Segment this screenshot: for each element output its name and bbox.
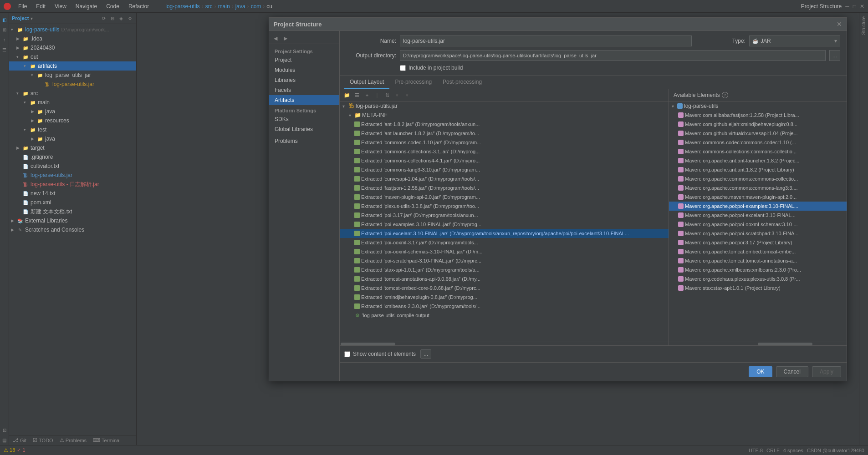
maximize-btn[interactable]: □ xyxy=(853,3,856,10)
tab-todo[interactable]: ☑ TODO xyxy=(31,436,55,444)
panel-item-9[interactable]: ▶ Extracted 'plexus-utils-3.0.8.jar/' (D… xyxy=(340,202,669,211)
panel-item-17[interactable]: ▶ Extracted 'tomcat-embed-core-9.0.68.ja… xyxy=(340,283,669,293)
tab-git[interactable]: ⎇ Git xyxy=(11,436,28,444)
panel-item-19[interactable]: ▶ Extracted 'xmlbeans-2.3.0.jar/' (D:/my… xyxy=(340,302,669,311)
tree-gitignore[interactable]: ▶ 📄 .gitignore xyxy=(9,152,136,162)
move-up-btn[interactable]: ⇅ xyxy=(383,91,392,100)
settings-icon[interactable]: ⚙ xyxy=(126,15,133,22)
right-item-4[interactable]: Maven: commons-collections:commons-colle… xyxy=(669,147,847,156)
more-btn[interactable]: ... xyxy=(420,349,431,359)
right-item-10[interactable]: Maven: org.apache.poi:poi-examples:3.10-… xyxy=(669,202,847,211)
panel-item-3[interactable]: ▶ Extracted 'commons-collections-3.1.jar… xyxy=(340,147,669,156)
project-dropdown-icon[interactable]: ▾ xyxy=(31,16,33,21)
panel-item-2[interactable]: ▶ Extracted 'commons-codec-1.10.jar/' (D… xyxy=(340,138,669,147)
tab-terminal[interactable]: ⌨ Terminal xyxy=(91,436,123,444)
tree-scratches[interactable]: ▶ ✎ Scratches and Consoles xyxy=(9,225,136,234)
menu-file[interactable]: File xyxy=(15,2,31,10)
tree-jar1[interactable]: ▶ 🗜 log-parse-utils.jar xyxy=(9,171,136,180)
left-panel-hscroll[interactable] xyxy=(340,342,669,345)
panel-root-item[interactable]: ▾ 🗜 log-parse-utils.jar xyxy=(340,101,669,111)
show-content-checkbox[interactable] xyxy=(344,351,350,357)
ok-btn[interactable]: OK xyxy=(749,366,772,377)
tree-java2[interactable]: ▶ 📁 java xyxy=(9,134,136,143)
tab-output-layout[interactable]: Output Layout xyxy=(344,76,389,89)
nav-item-facets[interactable]: Facets xyxy=(269,85,339,95)
breadcrumb-main[interactable]: main xyxy=(218,3,230,10)
right-item-14[interactable]: Maven: org.apache.poi:poi:3.17 (Project … xyxy=(669,238,847,247)
tree-resources[interactable]: ▶ 📁 resources xyxy=(9,116,136,125)
line-sep[interactable]: CRLF xyxy=(766,448,780,453)
panel-item-18[interactable]: ▶ Extracted 'xmindjbehaveplugin-0.8.jar/… xyxy=(340,293,669,302)
right-item-1[interactable]: Maven: com.github.eljah:xmindjbehaveplug… xyxy=(669,120,847,129)
panel-item-4[interactable]: ▶ Extracted 'commons-collections4-4.1.ja… xyxy=(340,156,669,165)
minimize-btn[interactable]: ─ xyxy=(845,3,849,10)
dialog-close-btn[interactable]: ✕ xyxy=(837,20,842,28)
cancel-btn[interactable]: Cancel xyxy=(776,366,808,377)
nav-item-global-libraries[interactable]: Global Libraries xyxy=(269,124,339,134)
panel-item-1[interactable]: ▶ Extracted 'ant-launcher-1.8.2.jar/' (D… xyxy=(340,129,669,138)
help-icon[interactable]: ? xyxy=(722,92,728,98)
output-dir-input[interactable] xyxy=(400,50,826,61)
include-build-checkbox[interactable] xyxy=(400,65,406,71)
menu-view[interactable]: View xyxy=(51,2,70,10)
panel-item-compile[interactable]: ▶ ⚙ 'log-parse-utils' compile output xyxy=(340,311,669,320)
nav-forward-btn[interactable]: ▶ xyxy=(281,34,290,43)
panel-item-8[interactable]: ▶ Extracted 'maven-plugin-api-2.0.jar/' … xyxy=(340,192,669,202)
panel-item-14[interactable]: ▶ Extracted 'poi-scratchpad-3.10-FINAL.j… xyxy=(340,256,669,265)
breadcrumb-com[interactable]: com xyxy=(251,3,261,10)
right-item-17[interactable]: Maven: org.apache.xmlbeans:xmlbeans:2.3.… xyxy=(669,265,847,274)
right-panel-root[interactable]: ▾ log-parse-utils xyxy=(669,101,847,111)
bookmark-icon[interactable]: ⊞ xyxy=(0,25,9,34)
panel-item-5[interactable]: ▶ Extracted 'commons-lang3-3.10.jar/' (D… xyxy=(340,165,669,174)
create-dir-btn[interactable]: + xyxy=(363,91,372,100)
tab-problems[interactable]: ⚠ Problems xyxy=(58,436,88,444)
right-panel-hscroll[interactable] xyxy=(669,342,847,345)
nav-item-sdks[interactable]: SDKs xyxy=(269,114,339,124)
project-icon[interactable]: ◧ xyxy=(0,15,9,24)
panel-item-highlighted[interactable]: ▶ Extracted 'poi-excelant-3.10-FINAL.jar… xyxy=(340,229,669,238)
move-down-btn[interactable]: ▾ xyxy=(393,91,402,100)
panel-item-11[interactable]: ▶ Extracted 'poi-examples-3.10-FINAL.jar… xyxy=(340,220,669,229)
sync-icon[interactable]: ⟳ xyxy=(100,15,107,22)
menu-refactor[interactable]: Refactor xyxy=(125,2,153,10)
tree-out[interactable]: ▾ 📁 out xyxy=(9,52,136,61)
nav-item-libraries[interactable]: Libraries xyxy=(269,75,339,85)
breadcrumb-src[interactable]: src xyxy=(205,3,213,10)
show-members-icon[interactable]: ◈ xyxy=(117,15,125,22)
tree-src[interactable]: ▾ 📁 src xyxy=(9,89,136,98)
tree-newdoc[interactable]: ▶ 📄 新建 文本文档.txt xyxy=(9,207,136,216)
panel-item-16[interactable]: ▶ Extracted 'tomcat-annotations-api-9.0.… xyxy=(340,274,669,283)
nav-back-btn[interactable]: ◀ xyxy=(271,34,280,43)
tab-preprocessing[interactable]: Pre-processing xyxy=(389,76,437,89)
panel-meta-inf[interactable]: ▾ 📁 META-INF xyxy=(340,111,669,120)
panel-item-0[interactable]: ▶ Extracted 'ant-1.8.2.jar/' (D:/myprogr… xyxy=(340,120,669,129)
right-item-9[interactable]: Maven: org.apache.maven:maven-plugin-api… xyxy=(669,192,847,202)
tree-log-parse-jar-file[interactable]: ▶ 🗜 log-parse-utils.jar xyxy=(9,80,136,89)
right-item-15[interactable]: Maven: org.apache.tomcat.embed:tomcat-em… xyxy=(669,247,847,256)
structure-side[interactable]: ▤ xyxy=(0,436,9,444)
panel-item-10[interactable]: ▶ Extracted 'poi-3.17.jar/' (D:/myprogra… xyxy=(340,211,669,220)
type-select[interactable]: ☕ JAR ▾ xyxy=(749,35,840,46)
menu-navigate[interactable]: Navigate xyxy=(72,2,101,10)
tab-postprocessing[interactable]: Post-processing xyxy=(437,76,487,89)
bookmarks-side[interactable]: ⊡ xyxy=(0,426,9,434)
right-item-12[interactable]: Maven: org.apache.poi:poi-ooxml-schemas:… xyxy=(669,220,847,229)
apply-btn[interactable]: Apply xyxy=(812,366,841,377)
nav-item-modules[interactable]: Modules xyxy=(269,65,339,75)
nav-item-problems[interactable]: Problems xyxy=(269,136,339,146)
right-item-6[interactable]: Maven: org.apache.ant:ant:1.8.2 (Project… xyxy=(669,165,847,174)
tree-log-parse-jar-folder[interactable]: ▾ 📁 log_parse_utils_jar xyxy=(9,71,136,80)
nav-item-artifacts[interactable]: Artifacts xyxy=(269,95,339,105)
menu-code[interactable]: Code xyxy=(102,2,123,10)
collapse-icon[interactable]: ⊟ xyxy=(109,15,116,22)
spaces[interactable]: 4 spaces xyxy=(783,448,803,453)
vcs-icon[interactable]: ↑ xyxy=(0,35,9,44)
menu-edit[interactable]: Edit xyxy=(32,2,49,10)
tree-root[interactable]: ▾ 📁 log-parse-utils D:\myprogram\work... xyxy=(9,25,136,34)
tree-cultivator[interactable]: ▶ 📄 cultivator.txt xyxy=(9,162,136,171)
tree-idea[interactable]: ▶ 📁 .idea xyxy=(9,34,136,43)
tree-java[interactable]: ▶ 📁 java xyxy=(9,107,136,116)
right-item-3[interactable]: Maven: commons-codec:commons-codec:1.10 … xyxy=(669,138,847,147)
right-item-5[interactable]: Maven: org.apache.ant:ant-launcher:1.8.2… xyxy=(669,156,847,165)
tree-jar2[interactable]: ▶ 🗜 log-parse-utils - 日志解析.jar xyxy=(9,180,136,189)
